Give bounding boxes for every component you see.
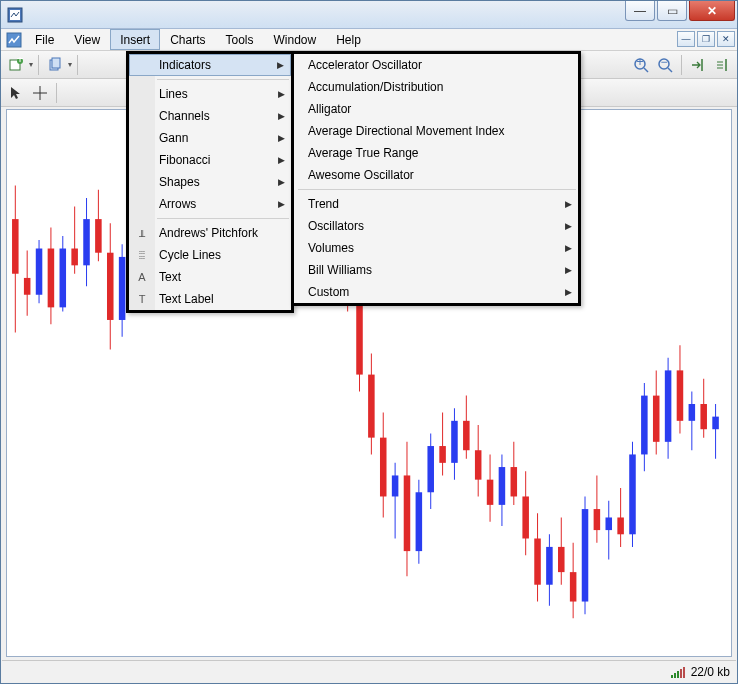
svg-rect-23 (36, 249, 43, 295)
new-chart-button[interactable]: + (5, 54, 27, 76)
insert-menu-item[interactable]: Lines▶ (129, 83, 291, 105)
menu-item-label: Shapes (159, 175, 200, 189)
insert-menu-item[interactable]: Arrows▶ (129, 193, 291, 215)
profiles-button[interactable] (44, 54, 66, 76)
svg-rect-37 (119, 257, 126, 320)
indicators-menu-item[interactable]: Volumes▶ (294, 237, 578, 259)
zoom-out-button[interactable]: − (654, 54, 676, 76)
svg-rect-19 (12, 219, 19, 274)
svg-rect-133 (689, 404, 696, 421)
menu-view[interactable]: View (64, 29, 110, 50)
svg-rect-33 (95, 219, 102, 253)
zoom-in-button[interactable]: + (630, 54, 652, 76)
svg-rect-137 (712, 417, 719, 430)
menu-item-label: Andrews' Pitchfork (159, 226, 258, 240)
svg-rect-107 (534, 538, 541, 584)
app-icon (7, 7, 23, 23)
indicators-menu-item[interactable]: Bill Williams▶ (294, 259, 578, 281)
cursor-button[interactable] (5, 82, 27, 104)
menu-item-label: Accelerator Oscillator (308, 58, 422, 72)
close-button[interactable]: ✕ (689, 1, 735, 21)
menu-item-label: Bill Williams (308, 263, 372, 277)
menu-file[interactable]: File (25, 29, 64, 50)
insert-menu-item[interactable]: Gann▶ (129, 127, 291, 149)
indicators-menu-item[interactable]: Alligator (294, 98, 578, 120)
svg-text:+: + (636, 57, 643, 69)
submenu-arrow-icon: ▶ (278, 133, 285, 143)
insert-menu-item[interactable]: Fibonacci▶ (129, 149, 291, 171)
submenu-arrow-icon: ▶ (565, 265, 572, 275)
insert-menu-item[interactable]: TText Label (129, 288, 291, 310)
titlebar: — ▭ ✕ (1, 1, 737, 29)
indicators-menu-item[interactable]: Trend▶ (294, 193, 578, 215)
svg-rect-127 (653, 396, 660, 442)
menu-item-label: Arrows (159, 197, 196, 211)
indicators-menu-item[interactable]: Average Directional Movement Index (294, 120, 578, 142)
menu-help[interactable]: Help (326, 29, 371, 50)
svg-rect-113 (570, 572, 577, 601)
svg-rect-2 (7, 33, 21, 47)
statusbar: 22/0 kb (2, 660, 736, 682)
indicators-menu-item[interactable]: Custom▶ (294, 281, 578, 303)
mdi-restore-button[interactable]: ❐ (697, 31, 715, 47)
menu-item-label: Oscillators (308, 219, 364, 233)
menu-item-label: Lines (159, 87, 188, 101)
mdi-close-button[interactable]: ✕ (717, 31, 735, 47)
submenu-arrow-icon: ▶ (565, 199, 572, 209)
insert-menu-item[interactable]: AText (129, 266, 291, 288)
svg-line-9 (644, 68, 648, 72)
indicators-menu-item[interactable]: Oscillators▶ (294, 215, 578, 237)
svg-rect-25 (48, 249, 55, 308)
indicators-menu-item[interactable]: Accumulation/Distribution (294, 76, 578, 98)
svg-rect-105 (522, 496, 529, 538)
submenu-arrow-icon: ▶ (278, 155, 285, 165)
menu-item-label: Gann (159, 131, 188, 145)
svg-rect-115 (582, 509, 589, 601)
svg-rect-27 (60, 249, 67, 308)
svg-rect-7 (52, 58, 60, 68)
menu-insert[interactable]: Insert (110, 29, 160, 50)
submenu-arrow-icon: ▶ (278, 199, 285, 209)
indicators-menu-item[interactable]: Awesome Oscillator (294, 164, 578, 186)
submenu-arrow-icon: ▶ (277, 60, 284, 70)
svg-rect-111 (558, 547, 565, 572)
cycle-icon: ⦙⦙⦙ (135, 249, 149, 262)
app-window: — ▭ ✕ File View Insert Charts Tools Wind… (0, 0, 738, 684)
insert-menu-item[interactable]: Shapes▶ (129, 171, 291, 193)
app-menu-icon[interactable] (3, 29, 25, 50)
insert-menu: Indicators▶Lines▶Channels▶Gann▶Fibonacci… (126, 51, 294, 313)
menu-item-label: Awesome Oscillator (308, 168, 414, 182)
insert-menu-item[interactable]: Channels▶ (129, 105, 291, 127)
svg-rect-29 (71, 249, 78, 266)
svg-rect-121 (617, 517, 624, 534)
chart-shift-button[interactable] (687, 54, 709, 76)
insert-menu-item[interactable]: Indicators▶ (129, 54, 291, 76)
menu-item-label: Average True Range (308, 146, 419, 160)
menu-item-label: Fibonacci (159, 153, 210, 167)
insert-menu-item[interactable]: ⦙⦙⦙Cycle Lines (129, 244, 291, 266)
indicators-menu-item[interactable]: Average True Range (294, 142, 578, 164)
menu-tools[interactable]: Tools (216, 29, 264, 50)
svg-rect-125 (641, 396, 648, 455)
maximize-button[interactable]: ▭ (657, 1, 687, 21)
indicators-menu-item[interactable]: Accelerator Oscillator (294, 54, 578, 76)
crosshair-button[interactable] (29, 82, 51, 104)
menu-charts[interactable]: Charts (160, 29, 215, 50)
menu-item-label: Accumulation/Distribution (308, 80, 443, 94)
svg-rect-119 (605, 517, 612, 530)
svg-rect-93 (451, 421, 458, 463)
auto-scroll-button[interactable] (711, 54, 733, 76)
svg-rect-89 (427, 446, 434, 492)
svg-rect-117 (594, 509, 601, 530)
svg-rect-123 (629, 454, 636, 534)
insert-menu-item[interactable]: ⫫Andrews' Pitchfork (129, 222, 291, 244)
svg-rect-91 (439, 446, 446, 463)
svg-rect-129 (665, 370, 672, 441)
menu-item-label: Cycle Lines (159, 248, 221, 262)
mdi-minimize-button[interactable]: — (677, 31, 695, 47)
connection-text: 22/0 kb (691, 665, 730, 679)
svg-rect-97 (475, 450, 482, 479)
svg-rect-31 (83, 219, 90, 265)
minimize-button[interactable]: — (625, 1, 655, 21)
menu-window[interactable]: Window (264, 29, 327, 50)
